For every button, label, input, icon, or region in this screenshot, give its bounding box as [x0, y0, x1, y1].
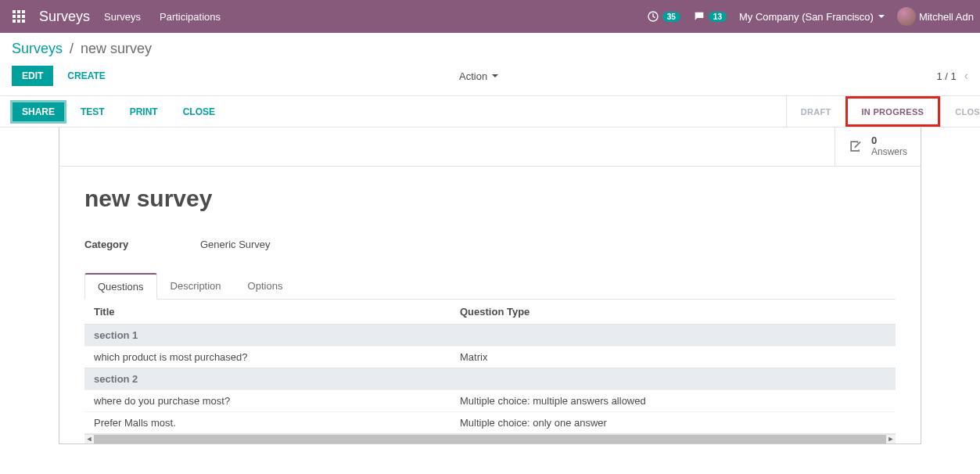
- topnav-right: 35 13 My Company (San Francisco) Mitchel…: [647, 7, 974, 26]
- tab-questions[interactable]: Questions: [84, 273, 157, 300]
- activity-indicator[interactable]: 35: [647, 10, 680, 23]
- pager: 1 / 1 ‹: [936, 69, 968, 83]
- avatar: [897, 7, 916, 26]
- nav-links: Surveys Participations: [104, 11, 221, 23]
- section-row[interactable]: section 2: [84, 368, 896, 390]
- print-button[interactable]: PRINT: [120, 102, 167, 122]
- chat-icon: [693, 10, 705, 23]
- answers-stat-button[interactable]: 0 Answers: [835, 127, 921, 166]
- edit-button[interactable]: Edit: [12, 66, 53, 86]
- status-in-progress[interactable]: IN PROGRESS: [845, 96, 941, 127]
- scrollbar-thumb[interactable]: [94, 435, 886, 443]
- company-name: My Company (San Francisco): [739, 11, 874, 23]
- tabs: Questions Description Options: [84, 272, 896, 299]
- questions-rows: section 1which product is most purchased…: [84, 324, 896, 433]
- breadcrumb-bar: Surveys / new survey: [0, 33, 980, 66]
- caret-down-icon: [878, 15, 885, 18]
- question-row[interactable]: Prefer Malls most.Multiple choice: only …: [84, 411, 896, 433]
- breadcrumb-current: new survey: [81, 41, 152, 56]
- question-type: Multiple choice: multiple answers allowe…: [460, 395, 886, 407]
- apps-icon[interactable]: [6, 10, 31, 23]
- section-row[interactable]: section 1: [84, 324, 896, 346]
- clock-icon: [647, 10, 659, 23]
- brand-title: Surveys: [31, 9, 104, 25]
- question-row[interactable]: where do you purchase most?Multiple choi…: [84, 390, 896, 411]
- pager-range: 1 / 1: [936, 70, 956, 82]
- answers-count: 0: [871, 135, 907, 147]
- close-button[interactable]: CLOSE: [174, 102, 224, 122]
- answers-label: Answers: [871, 147, 907, 158]
- status-steps: DRAFT IN PROGRESS CLOS: [786, 96, 980, 127]
- create-button[interactable]: Create: [58, 66, 114, 85]
- pencil-square-icon: [848, 138, 863, 154]
- sheet-button-box: 0 Answers: [59, 127, 921, 167]
- col-title-header: Title: [94, 306, 460, 318]
- form-sheet: 0 Answers new survey Category Generic Su…: [59, 127, 921, 444]
- action-dropdown[interactable]: Action: [459, 70, 498, 82]
- col-type-header: Question Type: [460, 306, 886, 318]
- question-row[interactable]: which product is most purchased?Matrix: [84, 346, 896, 368]
- category-label: Category: [84, 239, 200, 250]
- survey-title: new survey: [84, 185, 896, 212]
- horizontal-scrollbar[interactable]: ◄ ►: [84, 434, 896, 443]
- questions-table: Title Question Type section 1which produ…: [84, 299, 896, 434]
- question-title: where do you purchase most?: [94, 395, 460, 407]
- nav-link-participations[interactable]: Participations: [160, 11, 221, 23]
- sheet-body: new survey Category Generic Survey Quest…: [59, 167, 921, 443]
- discuss-indicator[interactable]: 13: [693, 10, 727, 23]
- company-selector[interactable]: My Company (San Francisco): [739, 11, 885, 23]
- nav-link-surveys[interactable]: Surveys: [104, 11, 141, 23]
- field-category: Category Generic Survey: [84, 239, 896, 250]
- top-navbar: Surveys Surveys Participations 35 13 My …: [0, 0, 980, 33]
- user-name: Mitchell Adn: [919, 11, 974, 23]
- question-type: Matrix: [460, 351, 886, 363]
- pager-prev[interactable]: ‹: [964, 69, 968, 83]
- tab-options[interactable]: Options: [235, 273, 296, 300]
- question-type: Multiple choice: only one answer: [460, 417, 886, 429]
- action-label: Action: [459, 70, 487, 82]
- questions-header: Title Question Type: [84, 300, 896, 324]
- scroll-left-arrow[interactable]: ◄: [84, 435, 94, 443]
- question-title: which product is most purchased?: [94, 351, 460, 363]
- share-button[interactable]: SHARE: [12, 102, 65, 122]
- status-closed[interactable]: CLOS: [940, 96, 980, 127]
- breadcrumb-root[interactable]: Surveys: [12, 41, 63, 56]
- question-title: Prefer Malls most.: [94, 417, 460, 429]
- discuss-badge: 13: [709, 12, 727, 22]
- caret-down-icon: [492, 74, 498, 77]
- breadcrumb: Surveys / new survey: [12, 41, 152, 57]
- tab-description[interactable]: Description: [157, 273, 235, 300]
- form-sheet-wrap: 0 Answers new survey Category Generic Su…: [0, 127, 980, 463]
- category-value: Generic Survey: [200, 239, 271, 250]
- scroll-right-arrow[interactable]: ►: [886, 435, 896, 443]
- test-button[interactable]: TEST: [71, 102, 114, 122]
- activity-badge: 35: [662, 12, 680, 22]
- answers-stat-text: 0 Answers: [871, 135, 907, 158]
- status-draft[interactable]: DRAFT: [786, 96, 845, 127]
- status-bar: SHARE TEST PRINT CLOSE DRAFT IN PROGRESS…: [0, 96, 980, 127]
- user-menu[interactable]: Mitchell Adn: [897, 7, 974, 26]
- control-bar: Edit Create Action 1 / 1 ‹: [0, 66, 980, 96]
- breadcrumb-sep: /: [66, 41, 77, 56]
